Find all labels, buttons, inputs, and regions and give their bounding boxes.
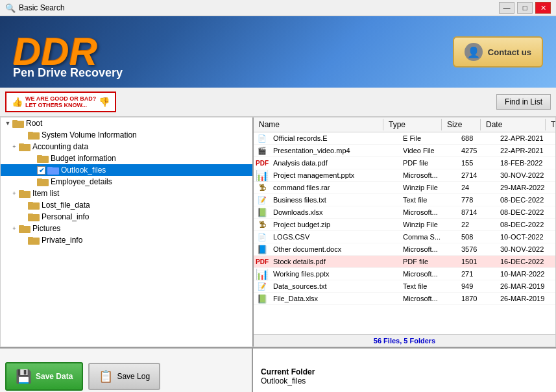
file-date: 22-APR-2021 (495, 146, 555, 155)
save-log-button[interactable]: 📋 Save Log (88, 363, 160, 390)
file-size: 508 (456, 232, 495, 241)
file-icon: 📊 (256, 269, 268, 279)
restore-button[interactable]: □ (517, 2, 533, 14)
tree-item-employee[interactable]: ▷ Employee_details (1, 176, 252, 188)
file-count-status: 56 Files, 5 Folders (254, 334, 555, 347)
file-row[interactable]: 📊 Project management.pptx Microsoft... 2… (254, 169, 555, 182)
main-content: ▼ Root ▷ System Volume Information + Acc… (0, 117, 556, 347)
expand-root-icon[interactable]: ▼ (3, 119, 12, 128)
root-folder-icon (12, 119, 24, 128)
file-row[interactable]: 🎬 Presentation_video.mp4 Video File 4275… (254, 145, 555, 157)
header: DDR Pen Drive Recovery 👤 Contact us (0, 16, 556, 88)
close-button[interactable]: ✕ (535, 2, 551, 14)
svg-rect-15 (28, 202, 33, 204)
col-header-time[interactable]: Time (546, 119, 555, 130)
file-row[interactable]: 📄 Official records.E E File 688 22-APR-2… (254, 132, 555, 145)
file-size: 4275 (456, 146, 495, 155)
review-badge[interactable]: 👍 WE ARE GOOD OR BAD? LET OTHERS KNOW...… (5, 92, 116, 112)
file-date: 29-MAR-2022 (495, 183, 555, 192)
titlebar-buttons: — □ ✕ (499, 2, 551, 14)
folder-icon (28, 130, 40, 140)
col-header-date[interactable]: Date (481, 119, 546, 130)
file-name: Stock details.pdf (268, 257, 398, 266)
file-date: 22-APR-2021 (495, 134, 555, 143)
file-list-header: Name Type Size Date Time (254, 117, 555, 132)
file-type: Microsoft... (398, 269, 456, 278)
file-date: 10-OCT-2022 (495, 232, 555, 241)
file-row[interactable]: 📝 Business files.txt Text file 778 08-DE… (254, 194, 555, 206)
file-row-highlighted[interactable]: PDF Stock details.pdf PDF file 1501 16-D… (254, 256, 555, 268)
folder-icon (37, 154, 49, 163)
file-icon: 📝 (256, 281, 268, 291)
file-date: 26-MAR-2019 (495, 294, 555, 303)
file-date: 08-DEC-2022 (495, 195, 555, 204)
file-name: Presentation_video.mp4 (268, 146, 398, 155)
folder-icon (19, 142, 30, 151)
tree-item-outlook-files[interactable]: ▷ ✔ Outlook_files (1, 164, 252, 176)
file-icon: 📄 (256, 232, 268, 242)
col-header-type[interactable]: Type (383, 119, 442, 130)
file-icon: 📄 (256, 133, 268, 143)
current-folder-area: Current Folder Outlook_files (253, 349, 556, 392)
save-icon: 💾 (16, 369, 32, 384)
file-row[interactable]: 📄 LOGS.CSV Comma S... 508 10-OCT-2022 04… (254, 231, 555, 243)
file-type: Microsoft... (398, 171, 456, 180)
file-name: Downloads.xlsx (268, 208, 398, 217)
contact-button[interactable]: 👤 Contact us (453, 36, 543, 67)
file-size: 2714 (456, 171, 495, 180)
titlebar-app-icon: 🔍 (5, 3, 16, 13)
file-row[interactable]: 📗 File_Data.xlsx Microsoft... 1870 26-MA… (254, 293, 555, 305)
file-type: Microsoft... (398, 294, 456, 303)
file-row[interactable]: 🗜 Project budget.zip Winzip File 22 08-D… (254, 219, 555, 231)
col-header-size[interactable]: Size (442, 119, 481, 130)
file-name: command files.rar (268, 183, 398, 192)
expand-accounting-icon[interactable]: + (10, 142, 19, 151)
file-type: E File (398, 134, 456, 143)
file-date: 18-FEB-2022 (495, 158, 555, 167)
file-icon: 📝 (256, 195, 268, 205)
tree-item-private[interactable]: ▷ Private_info (1, 234, 252, 246)
minimize-button[interactable]: — (499, 2, 514, 14)
expand-pictures-icon[interactable]: + (10, 224, 19, 233)
tree-item-lost[interactable]: ▷ Lost_file_data (1, 199, 252, 211)
file-icon: PDF (256, 158, 268, 168)
svg-rect-19 (19, 225, 24, 227)
svg-rect-7 (37, 155, 42, 157)
tree-item-system-volume[interactable]: ▷ System Volume Information (1, 129, 252, 141)
file-row[interactable]: 📝 Data_sources.txt Text file 949 26-MAR-… (254, 280, 555, 293)
outlook-checkbox[interactable]: ✔ (37, 166, 45, 175)
folder-icon (19, 189, 30, 198)
file-row[interactable]: PDF Analysis data.pdf PDF file 155 18-FE… (254, 157, 555, 169)
tree-item-pictures[interactable]: + Pictures (1, 223, 252, 234)
file-row[interactable]: 📘 Other document.docx Microsoft... 3576 … (254, 243, 555, 256)
tree-item-itemlist[interactable]: + Item list (1, 188, 252, 199)
tree-item-accounting[interactable]: + Accounting data (1, 141, 252, 153)
bottom-area: 💾 Save Data 📋 Save Log Current Folder Ou… (0, 347, 556, 392)
file-row[interactable]: 🗜 command files.rar Winzip File 24 29-MA… (254, 182, 555, 194)
file-row[interactable]: 📗 Downloads.xlsx Microsoft... 8714 08-DE… (254, 206, 555, 219)
file-row[interactable]: 📊 Working files.pptx Microsoft... 271 10… (254, 268, 555, 280)
titlebar-title: Basic Search (19, 3, 499, 12)
col-header-name[interactable]: Name (254, 119, 383, 130)
review-text: WE ARE GOOD OR BAD? LET OTHERS KNOW... (25, 95, 96, 108)
tree-root[interactable]: ▼ Root (1, 117, 252, 129)
file-type: PDF file (398, 257, 456, 266)
tree-item-personal[interactable]: ▷ Personal_info (1, 211, 252, 223)
find-in-list-button[interactable]: Find in List (496, 94, 551, 110)
save-data-button[interactable]: 💾 Save Data (5, 362, 83, 391)
expand-itemlist-icon[interactable]: + (10, 189, 19, 198)
file-icon: 📊 (256, 170, 268, 180)
svg-rect-21 (28, 237, 33, 239)
svg-rect-1 (12, 120, 18, 122)
file-list-body: 📄 Official records.E E File 688 22-APR-2… (254, 132, 555, 334)
file-name: Analysis data.pdf (268, 158, 398, 167)
file-date: 08-DEC-2022 (495, 208, 555, 217)
file-list-panel: Name Type Size Date Time 📄 Official reco… (254, 117, 555, 347)
file-type: Winzip File (398, 183, 456, 192)
file-name: Business files.txt (268, 195, 398, 204)
toolbar: 👍 WE ARE GOOD OR BAD? LET OTHERS KNOW...… (0, 88, 556, 117)
tree-item-budget[interactable]: ▷ Budget information (1, 153, 252, 164)
file-type: PDF file (398, 158, 456, 167)
file-type: Video File (398, 146, 456, 155)
file-name: Official records.E (268, 134, 398, 143)
